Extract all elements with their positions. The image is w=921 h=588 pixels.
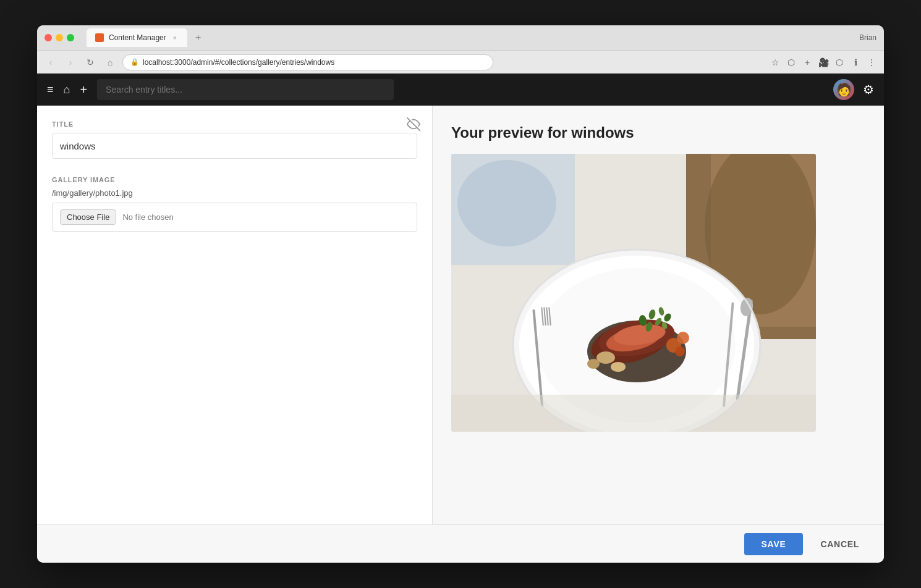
tab-title: Content Manager (109, 33, 166, 42)
svg-point-25 (596, 351, 615, 364)
title-bar: Content Manager × + Brian (37, 25, 884, 50)
current-file-path: /img/gallery/photo1.jpg (52, 188, 417, 198)
svg-point-23 (677, 332, 689, 344)
cancel-button[interactable]: CANCEL (810, 533, 869, 555)
tab-favicon (95, 33, 104, 42)
new-tab-button[interactable]: + (190, 29, 207, 46)
menu-icon[interactable]: ⋮ (865, 56, 878, 69)
title-input[interactable] (52, 133, 417, 159)
active-tab[interactable]: Content Manager × (87, 28, 187, 47)
avatar[interactable]: 🧑 (833, 79, 854, 100)
extension-icon-2[interactable]: + (801, 56, 813, 69)
browser-window: Content Manager × + Brian ‹ › ↻ ⌂ 🔒 loca… (37, 25, 884, 563)
search-input[interactable] (97, 79, 394, 100)
preview-title: Your preview for windows (451, 124, 865, 141)
gallery-image-field-group: GALLERY IMAGE /img/gallery/photo1.jpg Ch… (52, 176, 417, 232)
extension-icon-4[interactable]: ⬡ (833, 56, 846, 69)
lock-icon: 🔒 (130, 58, 139, 66)
browser-toolbar-icons: ☆ ⬡ + 🎥 ⬡ ℹ ⋮ (769, 56, 878, 69)
header-right: 🧑 ⚙ (833, 79, 874, 100)
extension-icon-1[interactable]: ⬡ (785, 56, 797, 69)
svg-point-26 (611, 362, 626, 372)
app-header: ≡ ⌂ + 🧑 ⚙ (37, 74, 884, 106)
preview-image-container (451, 154, 816, 432)
minimize-button[interactable] (56, 34, 63, 41)
left-panel: TITLE GALLERY IMAGE /img/gallery/photo1.… (37, 106, 433, 524)
address-bar-row: ‹ › ↻ ⌂ 🔒 localhost:3000/admin/#/collect… (37, 50, 884, 74)
hamburger-menu-icon[interactable]: ≡ (47, 83, 54, 96)
no-file-text: No file chosen (122, 212, 173, 222)
gallery-image-label: GALLERY IMAGE (52, 176, 417, 183)
preview-image (451, 154, 816, 432)
tab-close-button[interactable]: × (171, 34, 179, 41)
title-label: TITLE (52, 120, 417, 128)
avatar-emoji: 🧑 (836, 82, 852, 97)
settings-icon[interactable]: ⚙ (863, 82, 874, 97)
svg-rect-37 (451, 395, 816, 432)
svg-point-3 (457, 160, 556, 246)
address-field[interactable]: 🔒 localhost:3000/admin/#/collections/gal… (122, 54, 493, 70)
title-field-group: TITLE (52, 120, 417, 159)
visibility-toggle-icon[interactable] (405, 116, 422, 133)
file-input-wrapper: Choose File No file chosen (52, 203, 417, 232)
footer: SAVE CANCEL (37, 524, 884, 563)
add-icon[interactable]: + (80, 83, 87, 97)
refresh-button[interactable]: ↻ (83, 55, 98, 70)
close-button[interactable] (45, 34, 52, 41)
back-button[interactable]: ‹ (43, 55, 58, 70)
extension-icon-5[interactable]: ℹ (849, 56, 862, 69)
main-content: TITLE GALLERY IMAGE /img/gallery/photo1.… (37, 106, 884, 524)
tab-bar: Content Manager × + (87, 28, 854, 47)
svg-point-24 (675, 346, 685, 356)
maximize-button[interactable] (67, 34, 74, 41)
choose-file-button[interactable]: Choose File (60, 209, 116, 225)
home-nav-button[interactable]: ⌂ (103, 55, 117, 70)
save-button[interactable]: SAVE (744, 533, 804, 555)
traffic-lights (45, 34, 74, 41)
home-icon[interactable]: ⌂ (64, 83, 70, 96)
user-name: Brian (859, 33, 876, 42)
bookmark-icon[interactable]: ☆ (769, 56, 781, 69)
url-text: localhost:3000/admin/#/collections/galle… (143, 58, 334, 67)
forward-button[interactable]: › (63, 55, 78, 70)
right-panel: Your preview for windows (433, 106, 884, 524)
extension-icon-3[interactable]: 🎥 (817, 56, 830, 69)
svg-point-27 (587, 359, 600, 369)
